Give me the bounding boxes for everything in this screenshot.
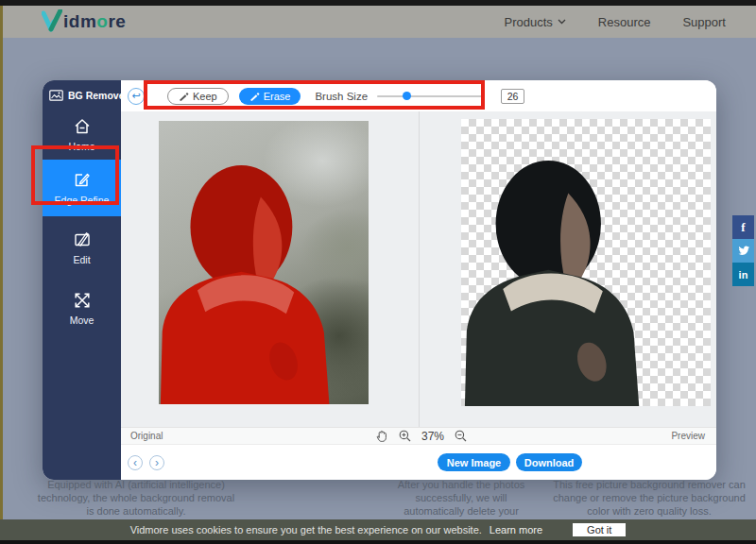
sidebar: BG Remover Home Edge Refine — [43, 80, 121, 480]
refine-toolbar: ↩ Keep Erase Brush Size 26 — [121, 80, 716, 111]
feature-text-quality: This free picture background remover can… — [550, 478, 748, 518]
preview-label: Preview — [671, 431, 705, 441]
cutout-person — [463, 161, 644, 406]
bg-remover-modal: BG Remover Home Edge Refine — [43, 80, 716, 480]
preview-image-canvas[interactable] — [461, 119, 711, 406]
vidmore-logo[interactable]: idmore — [42, 9, 126, 32]
sidebar-item-label: Edge Refine — [55, 195, 110, 206]
cookie-consent-bar: Vidmore uses cookies to ensure you get t… — [0, 519, 756, 540]
bottom-strip — [0, 540, 756, 544]
cookie-message: Vidmore uses cookies to ensure you get t… — [130, 524, 482, 536]
nav-products[interactable]: Products — [505, 15, 566, 29]
sidebar-item-move[interactable]: Move — [43, 282, 121, 333]
slider-track — [377, 95, 484, 97]
facebook-icon: f — [741, 220, 745, 235]
modal-footer: ‹ › New Image Download — [121, 445, 716, 480]
brush-size-value[interactable]: 26 — [501, 89, 524, 104]
download-button[interactable]: Download — [516, 453, 582, 471]
slider-handle[interactable] — [403, 92, 411, 100]
nav-support[interactable]: Support — [682, 15, 726, 29]
move-icon — [73, 291, 92, 310]
sidebar-item-home[interactable]: Home — [43, 109, 121, 160]
brush-icon — [179, 91, 189, 101]
site-header: idmore Products Resource Support — [0, 6, 756, 38]
sidebar-title-label: BG Remover — [68, 90, 129, 101]
twitter-share-button[interactable] — [732, 239, 754, 263]
keep-label: Keep — [193, 91, 217, 102]
site-nav: Products Resource Support — [505, 6, 727, 38]
zoom-in-icon[interactable] — [399, 430, 411, 442]
chevron-left-icon: ‹ — [133, 457, 137, 468]
linkedin-icon: in — [739, 269, 748, 280]
sidebar-item-label: Home — [68, 141, 94, 152]
feature-text-ai: Equipped with AI (artificial intelligenc… — [33, 478, 239, 518]
learn-more-link[interactable]: Learn more — [490, 524, 542, 536]
home-icon — [73, 117, 92, 136]
twitter-icon — [737, 246, 750, 257]
keep-button[interactable]: Keep — [167, 88, 229, 105]
erase-label: Erase — [264, 91, 291, 102]
nav-resource[interactable]: Resource — [598, 15, 651, 29]
next-image-button[interactable]: › — [149, 455, 164, 470]
brush-size-label: Brush Size — [315, 91, 368, 102]
edit-image-icon — [73, 230, 92, 249]
got-it-button[interactable]: Got it — [573, 523, 626, 536]
sidebar-item-label: Move — [70, 314, 94, 326]
back-arrow-icon: ↩ — [131, 90, 140, 102]
zoom-out-icon[interactable] — [455, 430, 467, 442]
back-button[interactable]: ↩ — [128, 88, 145, 105]
chevron-down-icon — [558, 19, 566, 25]
modal-content: ↩ Keep Erase Brush Size 26 — [121, 80, 716, 480]
facebook-share-button[interactable]: f — [732, 215, 754, 239]
sidebar-item-edit[interactable]: Edit — [43, 222, 121, 273]
hand-tool-icon[interactable] — [376, 430, 388, 443]
brush-size-slider[interactable] — [377, 90, 484, 103]
brush-icon — [249, 91, 260, 101]
logo-text: idmore — [63, 11, 126, 32]
bg-remover-icon — [49, 90, 63, 101]
vidmore-logo-icon — [42, 9, 62, 32]
new-image-button[interactable]: New Image — [438, 453, 510, 471]
image-panels — [121, 111, 716, 427]
sidebar-title: BG Remover — [43, 80, 121, 107]
page-left-edge — [0, 6, 3, 540]
original-label: Original — [130, 431, 163, 441]
zoom-level: 37% — [421, 430, 444, 443]
panel-divider — [419, 111, 420, 427]
sidebar-item-edge-refine[interactable]: Edge Refine — [43, 160, 121, 216]
chevron-right-icon: › — [155, 457, 159, 468]
red-mask-person — [159, 165, 335, 404]
previous-image-button[interactable]: ‹ — [128, 455, 143, 470]
edge-refine-icon — [73, 171, 92, 190]
sidebar-item-label: Edit — [73, 254, 90, 265]
original-image-canvas[interactable] — [159, 121, 369, 404]
linkedin-share-button[interactable]: in — [732, 263, 754, 286]
erase-button[interactable]: Erase — [239, 88, 301, 105]
social-share-bar: f in — [732, 215, 754, 286]
viewer-status-bar: Original 37% — [121, 427, 716, 445]
